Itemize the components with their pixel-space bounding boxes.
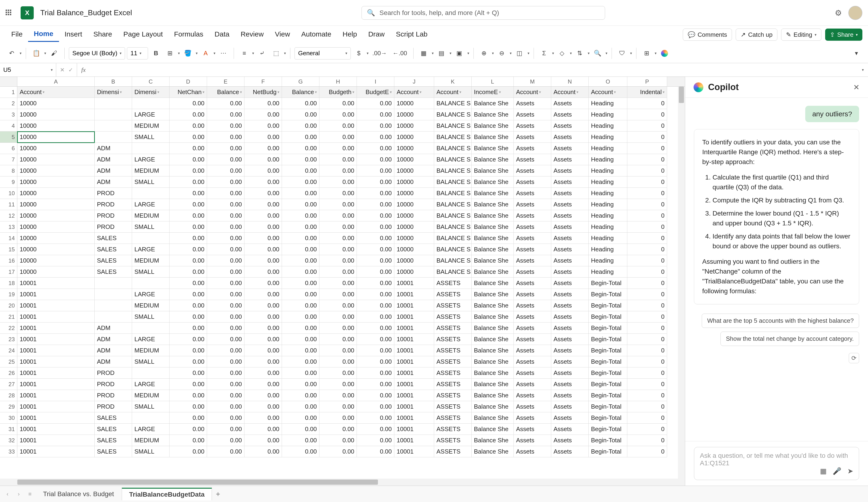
- document-title[interactable]: Trial Balance_Budget Excel: [40, 8, 132, 17]
- row-header[interactable]: 16: [0, 255, 17, 266]
- table-cell[interactable]: 10001: [17, 423, 95, 435]
- column-header-G[interactable]: G: [282, 77, 319, 86]
- table-cell[interactable]: 10000: [394, 132, 434, 143]
- table-cell[interactable]: 10001: [394, 435, 434, 446]
- table-cell[interactable]: 0: [627, 289, 667, 300]
- table-cell[interactable]: [132, 367, 169, 379]
- ribbon-expand-button[interactable]: ▾: [850, 47, 862, 60]
- table-cell[interactable]: 0.00: [169, 199, 207, 210]
- insert-cells-button[interactable]: ⊕: [478, 47, 490, 60]
- table-cell[interactable]: 10001: [394, 300, 434, 311]
- table-cell[interactable]: 10001: [394, 345, 434, 356]
- table-cell[interactable]: 10001: [394, 412, 434, 423]
- table-cell[interactable]: 0.00: [319, 98, 357, 109]
- table-cell[interactable]: 0.00: [169, 210, 207, 221]
- table-cell[interactable]: 0.00: [282, 143, 319, 154]
- row-header[interactable]: 17: [0, 266, 17, 278]
- row-header[interactable]: 11: [0, 199, 17, 210]
- table-cell[interactable]: Balance She: [472, 210, 514, 221]
- table-cell[interactable]: 0.00: [169, 390, 207, 401]
- vertical-scrollbar[interactable]: [678, 86, 685, 482]
- table-cell[interactable]: 0.00: [169, 423, 207, 435]
- row-header[interactable]: 14: [0, 233, 17, 244]
- column-header-H[interactable]: H: [319, 77, 357, 86]
- table-cell[interactable]: 0.00: [169, 188, 207, 199]
- table-cell[interactable]: SMALL: [132, 132, 169, 143]
- row-header[interactable]: 15: [0, 244, 17, 255]
- table-cell[interactable]: 10000: [394, 255, 434, 266]
- table-cell[interactable]: Assets: [514, 255, 551, 266]
- table-cell[interactable]: SALES: [95, 244, 132, 255]
- table-cell[interactable]: 0.00: [319, 356, 357, 367]
- table-cell[interactable]: Assets: [514, 120, 551, 132]
- table-cell[interactable]: Balance She: [472, 367, 514, 379]
- table-cell[interactable]: 10001: [17, 401, 95, 412]
- row-header[interactable]: 26: [0, 367, 17, 379]
- table-cell[interactable]: 0.00: [357, 356, 394, 367]
- table-cell[interactable]: Assets: [551, 221, 589, 233]
- table-cell[interactable]: 0.00: [282, 132, 319, 143]
- row-header[interactable]: 29: [0, 401, 17, 412]
- table-cell[interactable]: Heading: [589, 266, 627, 278]
- copilot-ribbon-button[interactable]: [659, 47, 671, 60]
- filter-dropdown-icon[interactable]: ▾: [43, 90, 44, 94]
- table-cell[interactable]: 0.00: [169, 244, 207, 255]
- table-cell[interactable]: 0.00: [357, 221, 394, 233]
- table-cell[interactable]: 0.00: [207, 446, 245, 457]
- table-cell[interactable]: SMALL: [132, 266, 169, 278]
- table-cell[interactable]: SALES: [95, 435, 132, 446]
- table-cell[interactable]: ADM: [95, 143, 132, 154]
- table-cell[interactable]: 10000: [394, 98, 434, 109]
- table-cell[interactable]: 0: [627, 132, 667, 143]
- table-cell[interactable]: 0.00: [169, 334, 207, 345]
- table-cell[interactable]: [95, 311, 132, 323]
- table-cell[interactable]: Balance She: [472, 177, 514, 188]
- table-cell[interactable]: Begin-Total: [589, 356, 627, 367]
- sheet-tab[interactable]: Trial Balance vs. Budget: [36, 488, 121, 500]
- table-cell[interactable]: 0: [627, 199, 667, 210]
- table-cell[interactable]: 0: [627, 244, 667, 255]
- table-cell[interactable]: Balance She: [472, 109, 514, 120]
- table-cell[interactable]: Assets: [514, 244, 551, 255]
- table-cell[interactable]: ADM: [95, 356, 132, 367]
- send-icon[interactable]: ➤: [847, 467, 853, 475]
- sensitivity-button[interactable]: 🛡: [616, 47, 628, 60]
- table-cell[interactable]: Balance She: [472, 423, 514, 435]
- table-cell[interactable]: 0.00: [319, 278, 357, 289]
- table-cell[interactable]: 0.00: [169, 109, 207, 120]
- table-cell[interactable]: ADM: [95, 165, 132, 177]
- table-cell[interactable]: Heading: [589, 177, 627, 188]
- table-cell[interactable]: ASSETS: [434, 379, 472, 390]
- table-cell[interactable]: 0.00: [245, 323, 282, 334]
- table-cell[interactable]: 0.00: [245, 132, 282, 143]
- menu-data[interactable]: Data: [209, 28, 235, 41]
- table-cell[interactable]: 0: [627, 266, 667, 278]
- refresh-suggestions-button[interactable]: ⟳: [849, 353, 859, 363]
- table-cell[interactable]: LARGE: [132, 334, 169, 345]
- table-cell[interactable]: 10000: [394, 177, 434, 188]
- table-cell[interactable]: 0.00: [357, 311, 394, 323]
- table-cell[interactable]: 0.00: [245, 379, 282, 390]
- table-cell[interactable]: Balance She: [472, 98, 514, 109]
- table-cell[interactable]: SMALL: [132, 177, 169, 188]
- table-header-cell[interactable]: NetBudg▾: [245, 86, 282, 98]
- table-cell[interactable]: Assets: [514, 233, 551, 244]
- row-header[interactable]: 4: [0, 120, 17, 132]
- table-cell[interactable]: 0.00: [357, 300, 394, 311]
- table-cell[interactable]: Balance She: [472, 311, 514, 323]
- table-cell[interactable]: 10000: [394, 154, 434, 165]
- table-cell[interactable]: Heading: [589, 233, 627, 244]
- table-cell[interactable]: 0.00: [245, 244, 282, 255]
- table-cell[interactable]: 0.00: [357, 278, 394, 289]
- table-cell[interactable]: [132, 278, 169, 289]
- table-cell[interactable]: ADM: [95, 154, 132, 165]
- table-cell[interactable]: 10000: [17, 188, 95, 199]
- table-cell[interactable]: 0.00: [207, 367, 245, 379]
- table-cell[interactable]: 0.00: [207, 154, 245, 165]
- table-cell[interactable]: Assets: [551, 345, 589, 356]
- table-cell[interactable]: Balance She: [472, 132, 514, 143]
- table-cell[interactable]: 0: [627, 401, 667, 412]
- table-cell[interactable]: 0.00: [169, 98, 207, 109]
- table-cell[interactable]: BALANCE S: [434, 109, 472, 120]
- column-header-J[interactable]: J: [394, 77, 434, 86]
